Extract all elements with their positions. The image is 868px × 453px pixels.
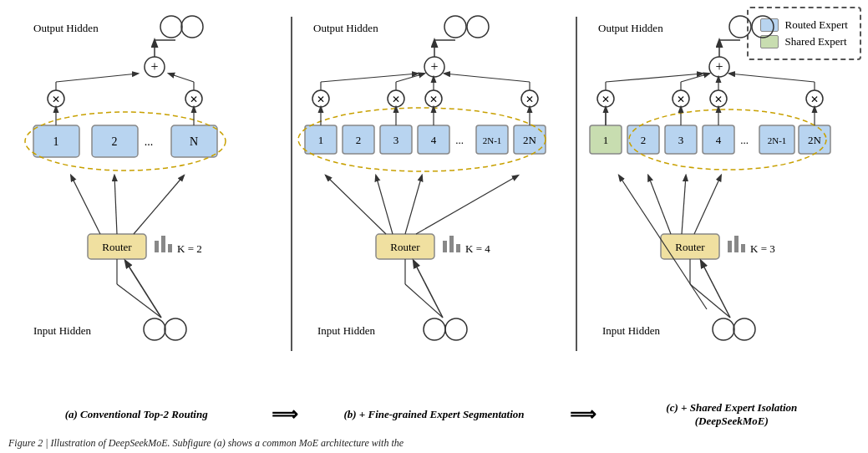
figure-caption: Figure 2 | Illustration of DeepSeekMoE. …: [8, 437, 860, 450]
svg-text:✕: ✕: [525, 94, 534, 105]
svg-line-71: [326, 176, 386, 234]
svg-line-112: [729, 74, 815, 82]
expert-a-n: N: [190, 135, 198, 148]
arrow-b: ⟹: [264, 404, 306, 425]
plus-b: +: [431, 59, 439, 74]
svg-text:✕: ✕: [810, 94, 819, 105]
svg-text:1: 1: [318, 134, 324, 146]
output-hidden-a: Output Hidden: [33, 22, 99, 34]
diagram-c-svg: Output Hidden + 1 2 3 4 ...: [577, 8, 845, 368]
k-equals-c: K = 3: [750, 242, 775, 255]
shared-expert-c: 1: [602, 134, 608, 146]
svg-text:✕: ✕: [714, 94, 723, 105]
caption-c-text: (c) + Shared Expert Isolation(DeepSeekMo…: [666, 401, 797, 427]
svg-point-125: [713, 318, 734, 340]
svg-line-26: [125, 261, 161, 318]
ellipsis-a: ...: [145, 135, 154, 148]
svg-line-23: [114, 176, 117, 234]
svg-point-25: [165, 318, 186, 340]
arrow-c: ⟹: [562, 404, 604, 425]
svg-text:3: 3: [678, 134, 683, 146]
figure-caption-text: Figure 2 | Illustration of DeepSeekMoE. …: [8, 437, 404, 449]
diagram-b-svg: Output Hidden + 1 2 3 4 ...: [292, 8, 551, 368]
svg-line-62: [444, 74, 530, 82]
diagram-a: Output Hidden + 1 2 ...: [8, 8, 291, 368]
svg-line-123: [694, 176, 721, 234]
output-hidden-c: Output Hidden: [598, 22, 663, 34]
diagram-c: Output Hidden + 1 2 3 4 ...: [577, 8, 860, 368]
svg-rect-19: [161, 236, 165, 252]
k-equals-a: K = 2: [177, 242, 202, 255]
svg-text:2N-1: 2N-1: [767, 135, 786, 145]
svg-line-12: [56, 74, 138, 82]
svg-rect-118: [728, 241, 732, 252]
svg-text:✕: ✕: [429, 94, 438, 105]
svg-point-81: [752, 16, 774, 38]
svg-point-75: [424, 318, 445, 340]
k-equals-b: K = 4: [465, 242, 490, 255]
input-hidden-c: Input Hidden: [602, 324, 660, 337]
svg-rect-68: [443, 241, 447, 252]
diagram-b: Output Hidden + 1 2 3 4 ...: [292, 8, 575, 368]
svg-line-14: [169, 74, 194, 82]
x2-a: ✕: [190, 94, 198, 105]
svg-rect-20: [168, 244, 172, 252]
svg-rect-70: [456, 244, 460, 252]
caption-a-text: (a) Conventional Top-2 Routing: [65, 408, 208, 420]
expert-a-1: 1: [53, 135, 59, 148]
svg-text:4: 4: [715, 134, 721, 146]
main-container: Routed Expert Shared Expert Output Hidde…: [0, 0, 868, 453]
x1-a: ✕: [52, 94, 60, 105]
svg-text:2: 2: [356, 134, 362, 146]
svg-line-127: [701, 261, 730, 318]
router-a: Router: [102, 241, 132, 253]
svg-text:2N: 2N: [808, 134, 822, 146]
svg-text:...: ...: [455, 134, 464, 146]
svg-text:4: 4: [431, 134, 437, 146]
svg-rect-120: [741, 244, 745, 252]
svg-text:✕: ✕: [602, 94, 610, 105]
svg-line-74: [416, 176, 518, 234]
svg-rect-18: [155, 241, 159, 252]
svg-text:✕: ✕: [392, 94, 400, 105]
svg-text:...: ...: [740, 134, 749, 146]
svg-line-73: [405, 176, 422, 234]
svg-line-21: [71, 176, 100, 234]
svg-line-72: [376, 176, 393, 234]
diagrams-container: Output Hidden + 1 2 ...: [8, 8, 860, 403]
svg-line-77: [414, 261, 443, 318]
svg-line-107: [606, 74, 703, 82]
captions-row: (a) Conventional Top-2 Routing ⟹ (b) + F…: [8, 401, 860, 428]
input-hidden-a: Input Hidden: [33, 324, 91, 337]
router-b: Router: [391, 241, 421, 253]
svg-line-79: [405, 284, 443, 318]
svg-line-122: [682, 176, 686, 234]
svg-line-57: [321, 74, 418, 82]
svg-rect-119: [734, 236, 739, 252]
caption-b: (b) + Fine-grained Expert Segmentation: [306, 408, 561, 421]
svg-point-76: [445, 318, 467, 340]
svg-line-28: [117, 284, 161, 318]
svg-point-0: [160, 16, 182, 38]
svg-point-24: [144, 318, 165, 340]
svg-text:3: 3: [393, 134, 399, 146]
router-c: Router: [675, 241, 705, 253]
caption-a: (a) Conventional Top-2 Routing: [8, 408, 264, 421]
svg-point-30: [467, 16, 489, 38]
svg-text:✕: ✕: [677, 94, 685, 105]
expert-a-2: 2: [112, 135, 118, 148]
input-hidden-b: Input Hidden: [317, 324, 375, 337]
diagram-a-svg: Output Hidden + 1 2 ...: [8, 8, 251, 368]
caption-c: (c) + Shared Expert Isolation(DeepSeekMo…: [604, 401, 860, 428]
svg-text:2N-1: 2N-1: [483, 135, 502, 145]
svg-line-22: [134, 176, 184, 234]
output-hidden-b: Output Hidden: [313, 22, 378, 34]
svg-point-1: [181, 16, 203, 38]
svg-text:2: 2: [640, 134, 646, 146]
svg-text:✕: ✕: [317, 94, 325, 105]
svg-point-126: [733, 318, 755, 340]
svg-point-80: [729, 16, 751, 38]
svg-text:2N: 2N: [523, 134, 537, 146]
caption-b-text: (b) + Fine-grained Expert Segmentation: [343, 408, 524, 420]
plus-a: +: [150, 59, 158, 74]
